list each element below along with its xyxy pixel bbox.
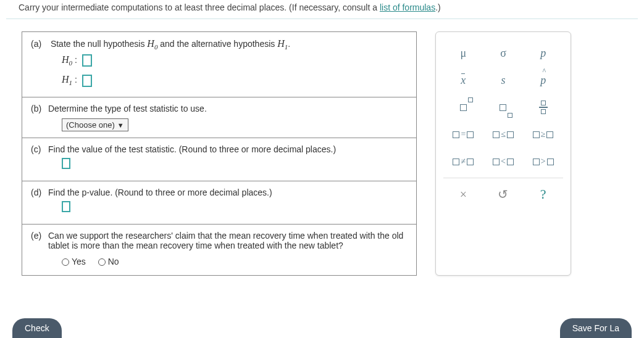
question-table: (a) State the null hypothesis H0 and the… xyxy=(22,31,417,276)
le-button[interactable]: ≤ xyxy=(486,123,521,146)
part-d: (d)Find the p-value. (Round to three or … xyxy=(22,181,417,224)
formulas-link[interactable]: list of formulas xyxy=(380,2,435,12)
radio-icon xyxy=(98,258,106,266)
lt-button[interactable]: < xyxy=(486,150,521,173)
radio-no[interactable]: No xyxy=(98,257,119,266)
radio-yes[interactable]: Yes xyxy=(62,257,86,266)
ne-button[interactable]: ≠ xyxy=(446,150,480,173)
phat-button[interactable]: p xyxy=(526,69,561,91)
h1-input[interactable] xyxy=(82,75,92,87)
instruction-prefix: Carry your intermediate computations to … xyxy=(19,2,380,12)
help-button[interactable]: ? xyxy=(526,183,561,205)
check-button[interactable]: Check xyxy=(12,318,62,338)
s-button[interactable]: s xyxy=(486,69,521,91)
reset-button[interactable]: ↺ xyxy=(486,183,521,205)
instruction-suffix: .) xyxy=(435,2,441,12)
part-e-label: (e) xyxy=(31,231,48,250)
part-e: (e)Can we support the researchers' claim… xyxy=(22,224,417,275)
test-statistic-input[interactable] xyxy=(62,158,70,169)
part-c: (c)Find the value of the test statistic.… xyxy=(22,138,417,181)
part-b-text: Determine the type of test statistic to … xyxy=(48,104,207,113)
chevron-down-icon: ▼ xyxy=(117,122,124,129)
h0-label: H0 xyxy=(62,54,72,65)
part-c-label: (c) xyxy=(31,144,48,154)
part-a-text: State the null hypothesis xyxy=(51,39,147,49)
p-button[interactable]: p xyxy=(526,42,561,64)
h1-label: H1 xyxy=(62,74,72,84)
part-a-label: (a) xyxy=(31,39,48,49)
part-b-label: (b) xyxy=(31,104,48,113)
h0-input[interactable] xyxy=(82,54,92,67)
part-e-text: Can we support the researchers' claim th… xyxy=(48,231,408,250)
sigma-button[interactable]: σ xyxy=(486,42,521,64)
equals-button[interactable]: = xyxy=(446,123,480,146)
instruction-text: Carry your intermediate computations to … xyxy=(6,0,638,19)
symbol-palette: μ σ p x s p = ≤ ≥ ≠ < > × ↺ ? xyxy=(435,31,571,276)
part-b: (b)Determine the type of test statistic … xyxy=(22,97,417,138)
part-c-text: Find the value of the test statistic. (R… xyxy=(48,144,336,154)
save-for-later-button[interactable]: Save For La xyxy=(560,318,632,338)
subscript-button[interactable] xyxy=(486,96,521,118)
part-a: (a) State the null hypothesis H0 and the… xyxy=(22,32,417,97)
gt-button[interactable]: > xyxy=(526,150,561,173)
xbar-button[interactable]: x xyxy=(446,69,480,91)
footer: Check Save For La xyxy=(0,318,644,338)
part-d-label: (d) xyxy=(31,188,48,197)
mu-button[interactable]: μ xyxy=(446,42,480,64)
content-area: (a) State the null hypothesis H0 and the… xyxy=(6,19,638,288)
radio-icon xyxy=(62,258,69,266)
ge-button[interactable]: ≥ xyxy=(526,123,561,146)
clear-button[interactable]: × xyxy=(446,183,480,205)
test-statistic-select[interactable]: (Choose one)▼ xyxy=(62,118,128,131)
part-d-text: Find the p-value. (Round to three or mor… xyxy=(48,188,272,197)
p-value-input[interactable] xyxy=(62,201,70,212)
superscript-button[interactable] xyxy=(446,96,480,118)
fraction-button[interactable] xyxy=(526,96,561,118)
